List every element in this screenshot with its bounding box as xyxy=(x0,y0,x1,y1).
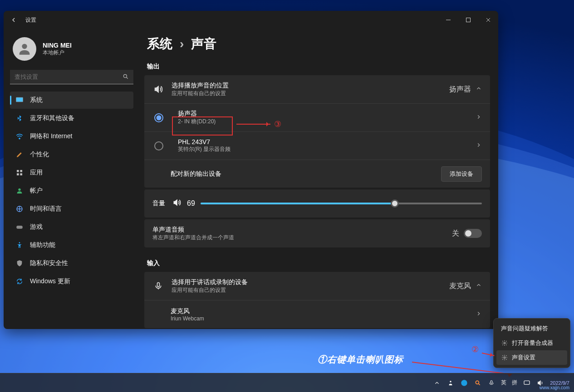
account-name: NING MEI xyxy=(43,42,72,49)
context-menu-troubleshoot[interactable]: 声音问题疑难解答 xyxy=(496,321,567,336)
context-menu-sound-settings[interactable]: 声音设置 xyxy=(496,350,567,365)
sidebar-item-privacy[interactable]: 隐私和安全性 xyxy=(10,255,133,272)
svg-rect-22 xyxy=(524,381,530,384)
account-block[interactable]: NING MEI 本地帐户 xyxy=(10,29,133,69)
settings-window: 设置 NING MEI 本地帐户 xyxy=(4,11,498,329)
input-device-0[interactable]: 麦克风 Iriun Webcam xyxy=(144,300,490,328)
svg-point-3 xyxy=(123,74,127,77)
tray-ime-english[interactable]: 英 xyxy=(501,379,506,387)
svg-rect-8 xyxy=(20,170,22,172)
back-button[interactable] xyxy=(4,11,24,29)
input-device-sub: Iriun Webcam xyxy=(171,315,468,322)
svg-rect-15 xyxy=(157,283,160,287)
sidebar-item-label: Windows 更新 xyxy=(30,277,70,286)
avatar xyxy=(13,37,36,61)
mono-panel: 单声道音频 将左声道和右声道合并成一个声道 关 xyxy=(144,219,490,247)
mono-state: 关 xyxy=(452,229,459,238)
svg-rect-13 xyxy=(16,226,23,229)
pair-output-row: 配对新的输出设备 添加设备 xyxy=(144,160,490,188)
output-device-name: 扬声器 xyxy=(178,110,468,118)
output-panel: 选择播放声音的位置 应用可能有自己的设置 扬声器 扬声器 2- IN 糖(DD:… xyxy=(144,75,490,188)
volume-panel: 音量 69 xyxy=(144,189,490,218)
chevron-up-icon xyxy=(476,85,482,93)
input-current-device: 麦克风 xyxy=(449,281,471,291)
volume-label: 音量 xyxy=(152,199,165,208)
sidebar-item-apps[interactable]: 应用 xyxy=(10,164,133,181)
svg-point-14 xyxy=(19,242,20,243)
sidebar-item-accounts[interactable]: 帐户 xyxy=(10,182,133,199)
volume-slider[interactable] xyxy=(201,203,482,204)
account-icon xyxy=(15,187,24,195)
bluetooth-icon xyxy=(15,114,24,122)
sidebar-item-time-language[interactable]: 时间和语言 xyxy=(10,200,133,218)
close-button[interactable] xyxy=(478,11,498,29)
volume-row: 音量 69 xyxy=(144,189,490,218)
sidebar-item-label: 游戏 xyxy=(30,223,43,231)
sidebar-item-label: 帐户 xyxy=(30,187,43,195)
chevron-right-icon xyxy=(476,310,482,319)
tray-search-icon[interactable] xyxy=(474,379,482,387)
context-menu-volume-mixer[interactable]: 打开音量合成器 xyxy=(496,336,567,350)
sidebar-item-system[interactable]: 系统 xyxy=(10,92,133,109)
sidebar-item-label: 时间和语言 xyxy=(30,205,62,213)
svg-point-18 xyxy=(450,381,451,382)
add-device-button[interactable]: 添加设备 xyxy=(441,166,482,182)
output-current-device: 扬声器 xyxy=(449,85,471,94)
mono-toggle[interactable] xyxy=(464,229,482,238)
output-device-0[interactable]: 扬声器 2- IN 糖(DD:20) xyxy=(144,103,490,131)
content: 系统 › 声音 输出 选择播放声音的位置 应用可能有自己的设置 扬声器 xyxy=(140,29,498,329)
search-field[interactable] xyxy=(10,70,133,84)
input-device-name: 麦克风 xyxy=(171,307,468,315)
tray-ime-pinyin[interactable]: 拼 xyxy=(512,379,517,387)
tray-app-icon[interactable] xyxy=(446,379,455,387)
sidebar-item-bluetooth[interactable]: 蓝牙和其他设备 xyxy=(10,110,133,127)
gear-icon xyxy=(501,339,508,347)
speaker-icon xyxy=(152,84,164,94)
output-section-title: 输出 xyxy=(147,63,490,71)
input-section-title: 输入 xyxy=(147,259,490,267)
annotation-number-3: ③ xyxy=(274,119,281,129)
chevron-right-icon xyxy=(476,142,482,150)
window-title: 设置 xyxy=(25,16,36,24)
tray-microphone-icon[interactable] xyxy=(487,379,496,387)
tray-network-icon[interactable] xyxy=(523,379,531,387)
svg-point-19 xyxy=(461,380,467,386)
input-chooser-row[interactable]: 选择用于讲话或录制的设备 应用可能有自己的设置 麦克风 xyxy=(144,272,490,300)
mono-sub: 将左声道和右声道合并成一个声道 xyxy=(152,234,445,242)
radio-icon[interactable] xyxy=(154,113,163,122)
sidebar-item-label: 隐私和安全性 xyxy=(30,259,68,267)
sidebar-item-network[interactable]: 网络和 Internet xyxy=(10,128,133,145)
tray-datetime[interactable]: 2022/9/7 xyxy=(550,380,569,386)
output-device-1[interactable]: PHL 243V7 英特尔(R) 显示器音频 xyxy=(144,131,490,160)
breadcrumb-parent[interactable]: 系统 xyxy=(147,35,172,53)
taskbar: 英 拼 2022/9/7 xyxy=(0,373,574,392)
sidebar-item-windows-update[interactable]: Windows 更新 xyxy=(10,273,133,290)
sidebar-item-label: 个性化 xyxy=(30,150,49,159)
sidebar-item-label: 辅助功能 xyxy=(30,241,55,249)
volume-icon[interactable] xyxy=(172,198,182,209)
radio-icon[interactable] xyxy=(154,141,163,150)
sidebar-item-personalization[interactable]: 个性化 xyxy=(10,146,133,163)
mono-row[interactable]: 单声道音频 将左声道和右声道合并成一个声道 关 xyxy=(144,219,490,247)
sidebar-item-accessibility[interactable]: 辅助功能 xyxy=(10,237,133,254)
search-input[interactable] xyxy=(10,70,133,84)
tray-chevron-up-icon[interactable] xyxy=(433,379,441,387)
output-chooser-sub: 应用可能有自己的设置 xyxy=(172,90,442,97)
system-icon xyxy=(15,96,24,104)
chevron-up-icon xyxy=(476,282,482,290)
breadcrumb: 系统 › 声音 xyxy=(147,35,490,53)
nav: 系统 蓝牙和其他设备 网络和 Internet 个性化 应用 xyxy=(10,92,133,290)
svg-rect-4 xyxy=(16,97,23,102)
output-device-sub: 英特尔(R) 显示器音频 xyxy=(178,145,468,153)
page-title: 声音 xyxy=(191,35,216,53)
tray-edge-icon[interactable] xyxy=(460,379,468,387)
account-subtitle: 本地帐户 xyxy=(43,49,72,57)
svg-point-20 xyxy=(476,381,479,384)
svg-point-6 xyxy=(19,138,20,139)
gear-icon xyxy=(501,354,508,361)
sidebar-item-gaming[interactable]: 游戏 xyxy=(10,218,133,236)
output-chooser-row[interactable]: 选择播放声音的位置 应用可能有自己的设置 扬声器 xyxy=(144,75,490,103)
minimize-button[interactable] xyxy=(438,11,458,29)
input-panel: 选择用于讲话或录制的设备 应用可能有自己的设置 麦克风 麦克风 Iriun We… xyxy=(144,272,490,328)
maximize-button[interactable] xyxy=(458,11,478,29)
